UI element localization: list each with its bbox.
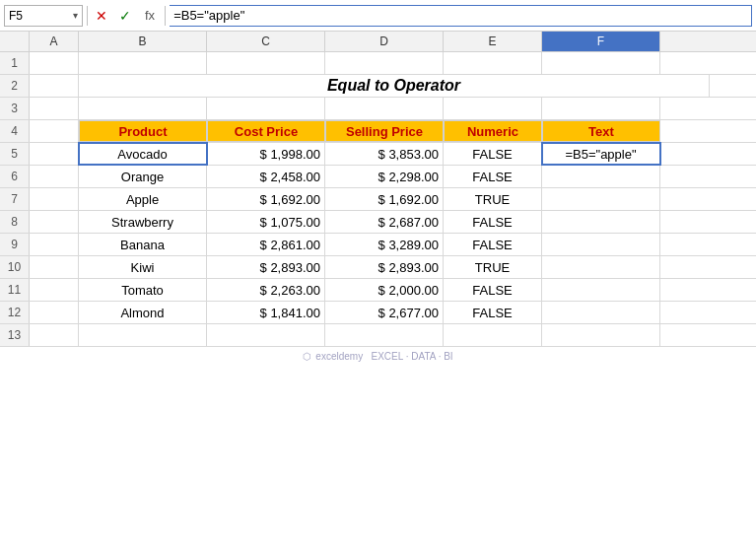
data-rows: 5 Avocado $ 1,998.00 $ 3,853.00 FALSE =B… xyxy=(0,143,756,347)
col-header-f[interactable]: F xyxy=(542,32,660,51)
cell-b5[interactable]: Avocado xyxy=(79,143,207,165)
cell-d9[interactable]: $ 3,289.00 xyxy=(325,234,444,255)
cell-f10[interactable] xyxy=(542,256,660,278)
cell-d11[interactable]: $ 2,000.00 xyxy=(325,279,444,301)
row-num-5: 5 xyxy=(0,143,30,165)
col-header-a[interactable]: A xyxy=(30,32,79,51)
name-box[interactable]: F5 ▾ xyxy=(4,5,83,27)
row-num-10: 10 xyxy=(0,256,30,278)
cell-e5[interactable]: FALSE xyxy=(444,143,542,165)
name-box-value: F5 xyxy=(9,5,73,27)
table-row: 4 Product Cost Price Selling Price Numer… xyxy=(0,120,756,143)
formula-bar: F5 ▾ ✕ ✓ fx xyxy=(0,0,756,32)
table-row: 5 Avocado $ 1,998.00 $ 3,853.00 FALSE =B… xyxy=(0,143,756,166)
cell-b11[interactable]: Tomato xyxy=(79,279,207,301)
name-box-arrow-icon[interactable]: ▾ xyxy=(73,5,78,27)
cell-b8[interactable]: Strawberry xyxy=(79,211,207,233)
cell-c1[interactable] xyxy=(207,52,325,74)
cell-c8[interactable]: $ 1,075.00 xyxy=(207,211,325,233)
cell-f12[interactable] xyxy=(542,302,660,323)
cell-b6[interactable]: Orange xyxy=(79,166,207,187)
cell-c10[interactable]: $ 2,893.00 xyxy=(207,256,325,278)
row-num-header xyxy=(0,32,30,51)
table-row: 10 Kiwi $ 2,893.00 $ 2,893.00 TRUE xyxy=(0,256,756,279)
formula-input[interactable] xyxy=(170,5,752,27)
cell-e12[interactable]: FALSE xyxy=(444,302,542,323)
table-row: 11 Tomato $ 2,263.00 $ 2,000.00 FALSE xyxy=(0,279,756,302)
cell-f6[interactable] xyxy=(542,166,660,187)
cell-a2[interactable] xyxy=(30,75,79,97)
header-product[interactable]: Product xyxy=(79,120,207,142)
cell-e9[interactable]: FALSE xyxy=(444,234,542,255)
row-num-8: 8 xyxy=(0,211,30,233)
cell-f11[interactable] xyxy=(542,279,660,301)
table-row: 7 Apple $ 1,692.00 $ 1,692.00 TRUE xyxy=(0,188,756,211)
cell-e10[interactable]: TRUE xyxy=(444,256,542,278)
cell-e11[interactable]: FALSE xyxy=(444,279,542,301)
cell-a1[interactable] xyxy=(30,52,79,74)
cell-a6[interactable] xyxy=(30,166,79,187)
cell-a10[interactable] xyxy=(30,256,79,278)
cell-b9[interactable]: Banana xyxy=(79,234,207,255)
table-row: 1 xyxy=(0,52,756,75)
cell-d7[interactable]: $ 1,692.00 xyxy=(325,188,444,210)
cell-d6[interactable]: $ 2,298.00 xyxy=(325,166,444,187)
cell-d5[interactable]: $ 3,853.00 xyxy=(325,143,444,165)
header-cost-price[interactable]: Cost Price xyxy=(207,120,325,142)
cell-e7[interactable]: TRUE xyxy=(444,188,542,210)
cell-d12[interactable]: $ 2,677.00 xyxy=(325,302,444,323)
cell-f7[interactable] xyxy=(542,188,660,210)
cell-b3[interactable] xyxy=(79,98,207,119)
col-header-b[interactable]: B xyxy=(79,32,207,51)
spreadsheet-grid: 1 2 Equal to Operator 3 4 Product Cost P… xyxy=(0,52,756,143)
cell-e6[interactable]: FALSE xyxy=(444,166,542,187)
cell-f5[interactable]: =B5="apple" xyxy=(542,143,660,165)
cell-c7[interactable]: $ 1,692.00 xyxy=(207,188,325,210)
cell-d10[interactable]: $ 2,893.00 xyxy=(325,256,444,278)
cell-a8[interactable] xyxy=(30,211,79,233)
cell-a9[interactable] xyxy=(30,234,79,255)
cancel-icon[interactable]: ✕ xyxy=(92,6,111,26)
cell-a4[interactable] xyxy=(30,120,79,142)
cell-a11[interactable] xyxy=(30,279,79,301)
cell-c6[interactable]: $ 2,458.00 xyxy=(207,166,325,187)
cell-a12[interactable] xyxy=(30,302,79,323)
cell-f9[interactable] xyxy=(542,234,660,255)
table-row: 13 xyxy=(0,324,756,347)
cell-d3[interactable] xyxy=(325,98,444,119)
cell-e3[interactable] xyxy=(444,98,542,119)
cell-b1[interactable] xyxy=(79,52,207,74)
fx-label: fx xyxy=(139,8,161,23)
cell-e8[interactable]: FALSE xyxy=(444,211,542,233)
cell-a7[interactable] xyxy=(30,188,79,210)
toolbar-separator-2 xyxy=(165,6,166,26)
cell-c12[interactable]: $ 1,841.00 xyxy=(207,302,325,323)
cell-a5[interactable] xyxy=(30,143,79,165)
col-header-c[interactable]: C xyxy=(207,32,325,51)
cell-d8[interactable]: $ 2,687.00 xyxy=(325,211,444,233)
column-headers: A B C D E F xyxy=(0,32,756,52)
cell-c11[interactable]: $ 2,263.00 xyxy=(207,279,325,301)
cell-e1[interactable] xyxy=(444,52,542,74)
cell-c5[interactable]: $ 1,998.00 xyxy=(207,143,325,165)
header-text[interactable]: Text xyxy=(542,120,660,142)
cell-c9[interactable]: $ 2,861.00 xyxy=(207,234,325,255)
watermark: ⬡ exceldemy EXCEL · DATA · BI xyxy=(0,347,756,366)
header-selling-price[interactable]: Selling Price xyxy=(325,120,444,142)
cell-f8[interactable] xyxy=(542,211,660,233)
cell-f3[interactable] xyxy=(542,98,660,119)
confirm-icon[interactable]: ✓ xyxy=(115,6,135,26)
cell-d1[interactable] xyxy=(325,52,444,74)
cell-c3[interactable] xyxy=(207,98,325,119)
table-row: 12 Almond $ 1,841.00 $ 2,677.00 FALSE xyxy=(0,302,756,324)
cell-f1[interactable] xyxy=(542,52,660,74)
col-header-d[interactable]: D xyxy=(325,32,444,51)
header-numeric[interactable]: Numeric xyxy=(444,120,542,142)
row-num-12: 12 xyxy=(0,302,30,323)
cell-b7[interactable]: Apple xyxy=(79,188,207,210)
cell-title[interactable]: Equal to Operator xyxy=(79,75,710,97)
cell-a3[interactable] xyxy=(30,98,79,119)
col-header-e[interactable]: E xyxy=(444,32,542,51)
cell-b12[interactable]: Almond xyxy=(79,302,207,323)
cell-b10[interactable]: Kiwi xyxy=(79,256,207,278)
